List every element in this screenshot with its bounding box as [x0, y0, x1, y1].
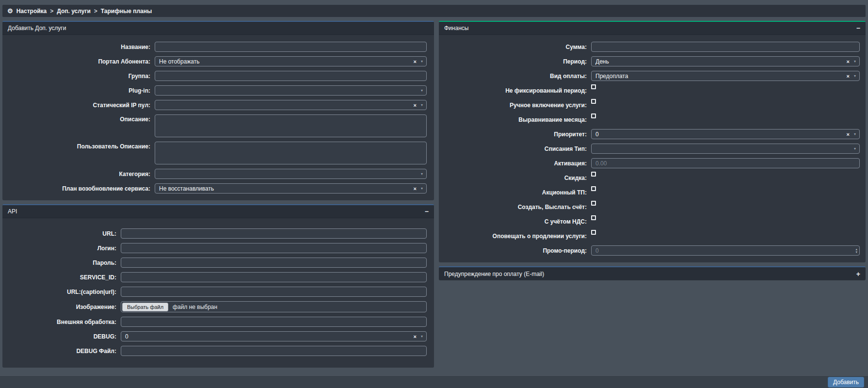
panel-add-service: Добавить Доп. услуги Название: Портал Аб…	[2, 21, 434, 200]
panel-payment-warning: Предупреждение про оплату (E-mail) +	[439, 266, 866, 280]
external-processing-input[interactable]	[121, 317, 427, 327]
manual-enable-checkbox[interactable]	[591, 99, 596, 104]
chevron-down-icon[interactable]: ▾	[854, 59, 856, 63]
month-alignment-label: Выравнивание месяца:	[444, 116, 587, 123]
password-label: Пароль:	[7, 259, 116, 266]
footer-bar: Добавить	[0, 375, 868, 388]
writeoff-type-select[interactable]: ▾	[591, 144, 860, 154]
payment-type-select-value: Предоплата	[595, 73, 628, 80]
name-label: Название:	[7, 44, 150, 50]
manual-enable-label: Ручное включение услуги:	[444, 102, 587, 109]
image-file-input[interactable]: Выбрать файл файл не выбран	[121, 301, 427, 312]
clear-icon[interactable]: ×	[847, 59, 850, 64]
panel-title: Финансы	[444, 25, 468, 32]
panel-finance: Финансы − Сумма: Период: День × ▾	[439, 21, 866, 262]
url-caption-input[interactable]	[121, 287, 427, 297]
breadcrumb: ⚙ Настройка > Доп. услуги > Тарифные пла…	[2, 5, 866, 17]
promo-period-input[interactable]	[591, 245, 860, 256]
chevron-down-icon[interactable]: ▾	[421, 172, 423, 176]
breadcrumb-item-services[interactable]: Доп. услуги	[57, 8, 91, 15]
chevron-down-icon[interactable]: ▾	[421, 334, 423, 338]
debug-label: DEBUG:	[7, 333, 116, 340]
debug-file-input[interactable]	[121, 346, 427, 356]
user-description-label: Пользователь Описание:	[7, 142, 150, 150]
service-id-label: SERVICE_ID:	[7, 274, 116, 281]
static-ip-pool-select[interactable]: × ▾	[155, 100, 427, 110]
chevron-down-icon[interactable]: ▾	[421, 186, 423, 190]
panel-add-service-header: Добавить Доп. услуги	[2, 22, 434, 35]
panel-payment-warning-header: Предупреждение про оплату (E-mail) +	[439, 267, 866, 280]
renewal-plan-select[interactable]: Не восстанавливать × ▾	[155, 183, 427, 194]
promo-period-label: Промо-период:	[444, 247, 587, 254]
group-label: Группа:	[7, 73, 150, 80]
clear-icon[interactable]: ×	[414, 59, 417, 64]
debug-select-value: 0	[125, 333, 129, 340]
period-select[interactable]: День × ▾	[591, 56, 860, 66]
url-input[interactable]	[121, 228, 427, 239]
chevron-down-icon[interactable]: ▾	[854, 146, 856, 150]
with-vat-checkbox[interactable]	[591, 215, 596, 220]
collapse-icon[interactable]: −	[425, 208, 429, 215]
add-button[interactable]: Добавить	[828, 377, 864, 388]
file-status-text: файл не выбран	[173, 304, 217, 310]
discount-checkbox[interactable]	[591, 172, 596, 177]
panel-title: Предупреждение про оплату (E-mail)	[444, 271, 544, 277]
image-label: Изображение:	[7, 304, 116, 310]
amount-label: Сумма:	[444, 44, 587, 50]
promo-tp-checkbox[interactable]	[591, 186, 596, 191]
chevron-down-icon[interactable]: ▾	[421, 88, 423, 92]
breadcrumb-item-tariff-plans[interactable]: Тарифные планы	[101, 8, 152, 15]
panel-title: Добавить Доп. услуги	[8, 25, 66, 32]
url-label: URL:	[7, 230, 116, 237]
month-alignment-checkbox[interactable]	[591, 113, 596, 118]
portal-select-value: Не отображать	[159, 58, 200, 65]
expand-icon[interactable]: +	[856, 271, 860, 277]
password-input[interactable]	[121, 258, 427, 268]
collapse-icon[interactable]: −	[856, 25, 860, 32]
clear-icon[interactable]: ×	[847, 73, 850, 79]
non-fixed-period-checkbox[interactable]	[591, 84, 596, 89]
chevron-down-icon[interactable]: ▾	[421, 103, 423, 107]
clear-icon[interactable]: ×	[414, 334, 417, 339]
service-id-input[interactable]	[121, 272, 427, 282]
payment-type-select[interactable]: Предоплата × ▾	[591, 71, 860, 81]
description-textarea[interactable]	[155, 114, 427, 137]
name-input[interactable]	[155, 42, 427, 52]
breadcrumb-item-settings[interactable]: Настройка	[16, 8, 47, 15]
priority-select-value: 0	[595, 131, 599, 138]
notify-renewal-checkbox[interactable]	[591, 230, 596, 235]
user-description-textarea[interactable]	[155, 142, 427, 164]
number-spinner[interactable]: ▴▾	[855, 248, 857, 254]
gear-icon[interactable]: ⚙	[7, 7, 13, 15]
promo-tp-label: Акционный ТП:	[444, 189, 587, 196]
group-input[interactable]	[155, 71, 427, 81]
panel-finance-header: Финансы −	[439, 22, 866, 35]
breadcrumb-separator: >	[94, 8, 97, 15]
chevron-down-icon[interactable]: ▾	[421, 59, 423, 63]
chevron-down-icon[interactable]: ▾	[854, 74, 856, 78]
create-send-invoice-checkbox[interactable]	[591, 201, 596, 206]
with-vat-label: С учётом НДС:	[444, 218, 587, 225]
chevron-down-icon[interactable]: ▾	[854, 132, 856, 136]
login-input[interactable]	[121, 243, 427, 253]
debug-file-label: DEBUG Файл:	[7, 348, 116, 355]
portal-label: Портал Абонента:	[7, 58, 150, 65]
portal-select[interactable]: Не отображать × ▾	[155, 56, 427, 66]
category-select[interactable]: ▾	[155, 169, 427, 179]
clear-icon[interactable]: ×	[847, 131, 850, 137]
writeoff-type-label: Списания Тип:	[444, 146, 587, 152]
clear-icon[interactable]: ×	[414, 102, 417, 108]
plugin-select[interactable]: ▾	[155, 85, 427, 96]
choose-file-button[interactable]: Выбрать файл	[122, 303, 168, 311]
activation-input[interactable]	[591, 158, 860, 168]
description-label: Описание:	[7, 114, 150, 123]
panel-api-header: API −	[2, 205, 434, 218]
static-ip-pool-label: Статический IP пул:	[7, 102, 150, 109]
category-label: Категория:	[7, 171, 150, 178]
amount-input[interactable]	[591, 42, 860, 52]
clear-icon[interactable]: ×	[414, 186, 417, 191]
debug-select[interactable]: 0 × ▾	[121, 331, 427, 341]
create-send-invoice-label: Создать, Выслать счёт:	[444, 204, 587, 210]
breadcrumb-separator: >	[50, 8, 53, 15]
priority-select[interactable]: 0 × ▾	[591, 129, 860, 139]
